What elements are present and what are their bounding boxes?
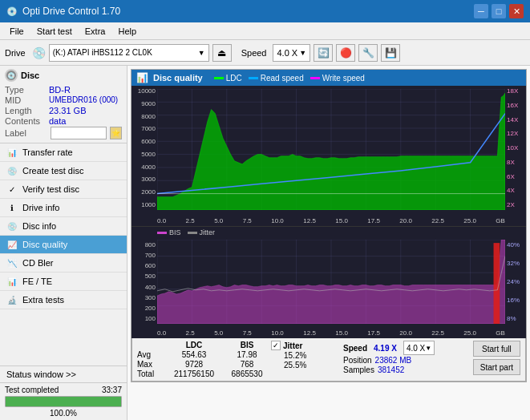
speed-header: Speed <box>343 344 367 353</box>
stats-total-row: Total 211756150 6865530 <box>137 370 271 378</box>
y-right-16x: 16X <box>507 102 524 109</box>
toolbar: Drive 💿 (K:) ATAPI iHBS112 2 CL0K ▼ ⏏ Sp… <box>0 40 530 66</box>
maximize-button[interactable]: □ <box>492 4 506 18</box>
progress-area: Test completed 33:37 100.0% <box>0 383 127 420</box>
minimize-button[interactable]: ─ <box>474 4 488 18</box>
chart-bottom-x-axis: 0.0 2.5 5.0 7.5 10.0 12.5 15.0 17.5 20.0… <box>157 329 505 337</box>
save-button[interactable]: 💾 <box>381 44 400 62</box>
y-label-2000: 2000 <box>133 188 156 196</box>
jitter-section: ✓ Jitter 15.2% 25.5% <box>271 341 343 370</box>
bx-15: 15.0 <box>335 329 348 337</box>
disc-length-row: Length 23.31 GB <box>5 106 122 115</box>
position-row: Position 23862 MB <box>343 356 468 365</box>
chart-bottom-y-left: 800 700 600 500 400 300 200 100 <box>131 240 157 324</box>
nav-extra-tests[interactable]: 🔬 Extra tests <box>0 291 127 309</box>
nav-extra-tests-label: Extra tests <box>22 295 64 305</box>
stats-main: LDC BIS Avg 554.63 17.98 Max 9728 <box>137 341 520 378</box>
disc-label-input[interactable] <box>51 127 107 139</box>
time-display: 33:37 <box>102 386 122 394</box>
speed-dropdown[interactable]: 4.0 X ▼ <box>403 341 435 355</box>
nav-drive-info[interactable]: ℹ Drive info <box>0 199 127 217</box>
jitter-max: 25.5% <box>271 361 343 370</box>
dropdown-arrow[interactable]: ▼ <box>198 49 205 57</box>
by-300: 300 <box>133 294 156 301</box>
settings-button[interactable]: 🔴 <box>336 44 355 62</box>
nav-cd-bler-label: CD Bler <box>22 258 54 268</box>
cd-bler-icon: 📉 <box>6 257 18 269</box>
nav-create-test-disc[interactable]: 💿 Create test disc <box>0 162 127 180</box>
write-color <box>310 77 320 79</box>
y-right-4x: 4X <box>507 187 524 194</box>
legend-read: Read speed <box>249 74 304 83</box>
refresh-button[interactable]: 🔄 <box>314 44 333 62</box>
bx-7.5: 7.5 <box>243 329 252 337</box>
title-bar: 💿 Opti Drive Control 1.70 ─ □ ✕ <box>0 0 530 22</box>
tools-button[interactable]: 🔧 <box>358 44 378 62</box>
nav-fe-te[interactable]: 📊 FE / TE <box>0 273 127 291</box>
start-part-button[interactable]: Start part <box>473 359 520 375</box>
progress-bar-outer <box>5 396 122 407</box>
sidebar: 💿 Disc Type BD-R MID UMEBDR016 (000) Len… <box>0 66 127 420</box>
position-label: Position <box>343 356 372 365</box>
close-button[interactable]: ✕ <box>509 4 524 18</box>
y-label-5000: 5000 <box>133 151 156 158</box>
menu-start-test[interactable]: Start test <box>30 25 79 38</box>
title-bar-controls[interactable]: ─ □ ✕ <box>474 4 524 18</box>
menu-help[interactable]: Help <box>111 25 143 38</box>
disc-type-label: Type <box>5 85 49 95</box>
nav-disc-info-label: Disc info <box>22 221 56 231</box>
main-content: 📊 Disc quality LDC Read speed Write spee… <box>127 66 530 420</box>
y-label-8000: 8000 <box>133 113 156 120</box>
status-window-button[interactable]: Status window >> <box>0 366 127 383</box>
speed-dropdown-arrow-icon[interactable]: ▼ <box>425 345 431 352</box>
by-500: 500 <box>133 273 156 280</box>
chart-title: Disc quality <box>153 73 203 83</box>
menu-file[interactable]: File <box>3 25 30 38</box>
disc-mid-value: UMEBDR016 (000) <box>49 95 118 105</box>
nav-drive-info-label: Drive info <box>22 203 59 212</box>
samples-row: Samples 381452 <box>343 365 468 374</box>
total-bis: 6865530 <box>223 370 271 378</box>
bx-17.5: 17.5 <box>367 329 380 337</box>
samples-label: Samples <box>343 365 374 374</box>
avg-ldc: 554.63 <box>165 350 223 359</box>
nav-create-test-disc-label: Create test disc <box>22 166 83 176</box>
total-ldc: 211756150 <box>165 370 223 378</box>
bx-22.5: 22.5 <box>431 329 444 337</box>
position-value: 23862 MB <box>375 356 412 365</box>
by-200: 200 <box>133 305 156 312</box>
start-full-button[interactable]: Start full <box>473 341 520 357</box>
disc-quality-icon: 📈 <box>6 239 18 250</box>
speed-select-container[interactable]: 4.0 X ▼ <box>273 44 310 62</box>
samples-value: 381452 <box>378 365 404 374</box>
status-text: Test completed <box>5 386 59 394</box>
jitter-checkbox[interactable]: ✓ <box>271 341 281 350</box>
by-right-40: 40% <box>507 241 524 248</box>
nav-disc-info[interactable]: 💿 Disc info <box>0 217 127 236</box>
nav-cd-bler[interactable]: 📉 CD Bler <box>0 254 127 273</box>
chart-icon: 📊 <box>136 72 148 83</box>
nav-disc-quality-label: Disc quality <box>22 240 67 249</box>
nav-transfer-rate[interactable]: 📊 Transfer rate <box>0 143 127 162</box>
menu-extra[interactable]: Extra <box>79 25 112 38</box>
speed-value: 4.0 X <box>277 48 297 58</box>
drive-selector[interactable]: (K:) ATAPI iHBS112 2 CL0K ▼ <box>49 44 209 62</box>
eject-button[interactable]: ⏏ <box>212 44 232 62</box>
bis-color <box>157 232 167 234</box>
disc-mid-label: MID <box>5 95 49 105</box>
write-label: Write speed <box>322 74 365 83</box>
stats-area: LDC BIS Avg 554.63 17.98 Max 9728 <box>131 338 526 382</box>
nav-verify-test-disc[interactable]: ✓ Verify test disc <box>0 180 127 199</box>
nav-disc-quality[interactable]: 📈 Disc quality <box>0 236 127 254</box>
legend-bis: BIS <box>157 228 181 236</box>
nav-transfer-rate-label: Transfer rate <box>22 147 73 157</box>
by-700: 700 <box>133 252 156 259</box>
speed-dropdown-arrow[interactable]: ▼ <box>299 49 306 57</box>
x-label-22.5: 22.5 <box>431 217 444 224</box>
disc-panel-icon: 💿 <box>5 69 18 82</box>
by-right-32: 32% <box>507 260 524 267</box>
chart-legend: LDC Read speed Write speed <box>214 74 365 83</box>
y-label-3000: 3000 <box>133 176 156 183</box>
chart-bottom-svg <box>157 240 505 324</box>
disc-label-button[interactable]: ⭐ <box>110 127 122 139</box>
